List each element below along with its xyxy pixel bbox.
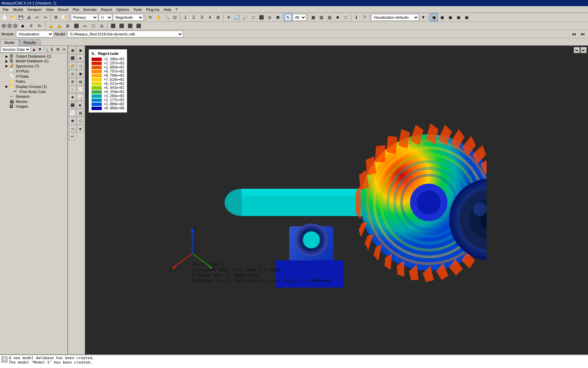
fit-btn[interactable]: ⊡ <box>171 14 179 21</box>
print-btn[interactable]: 🖨 <box>25 14 33 21</box>
menu-result[interactable]: Result <box>56 7 70 12</box>
session-settings[interactable]: ⚙ <box>55 47 61 52</box>
session-down[interactable]: ▼ <box>37 47 43 52</box>
side-btn-10b[interactable]: ⬡ <box>77 117 84 124</box>
tree-xyplots[interactable]: 📊 XYPlots <box>0 68 67 74</box>
multi-btn[interactable]: ⊞ <box>214 14 222 21</box>
side-btn-10a[interactable]: 🔳 <box>69 117 76 124</box>
side-btn-6a[interactable]: ↔ <box>69 86 76 93</box>
tree-output-db[interactable]: ▶ 🗄 Output Databases (1) <box>0 54 67 59</box>
wire-btn[interactable]: □ <box>342 14 349 21</box>
cycle-btn[interactable]: 🔄 <box>233 14 241 21</box>
tree-images[interactable]: 🖼 Images <box>0 104 67 109</box>
expand-xyplots[interactable] <box>5 69 10 73</box>
menu-view[interactable]: View <box>44 7 56 12</box>
expand-streams[interactable] <box>5 95 10 98</box>
menu-plot[interactable]: Plot <box>70 7 81 12</box>
menu-viewport[interactable]: Viewport <box>25 7 44 12</box>
session-filter[interactable]: 🔍 <box>43 47 49 52</box>
side-btn-9b[interactable]: ▧ <box>77 109 84 117</box>
mesh2-btn[interactable]: ▧ <box>317 14 325 21</box>
grid-btn[interactable]: ⊞ <box>64 22 71 30</box>
part3-btn[interactable]: ⬛ <box>126 22 134 30</box>
menu-model[interactable]: Model <box>11 7 25 12</box>
vp-next-btn[interactable]: ⏭ <box>581 47 587 53</box>
script-btn[interactable]: 📝 <box>60 14 68 21</box>
menu-help[interactable]: Help <box>162 7 174 12</box>
expand-paths[interactable] <box>5 79 10 83</box>
undo-btn[interactable]: ↩ <box>33 14 41 21</box>
menu-file[interactable]: File <box>1 7 11 12</box>
vp1-btn[interactable]: ▣ <box>430 14 438 21</box>
solid-btn[interactable]: ■ <box>334 14 341 21</box>
tab-model[interactable]: Model <box>0 40 19 46</box>
cube-btn[interactable]: ⬡ <box>89 22 97 30</box>
redo2-btn[interactable]: ↻ <box>36 22 43 30</box>
vp-prev-btn[interactable]: ⏮ <box>574 47 580 53</box>
circle2[interactable] <box>7 24 12 28</box>
primary-dropdown[interactable]: Primary <box>71 14 98 21</box>
tree-movies[interactable]: 🎬 Movies <box>0 99 67 104</box>
tree-display-groups[interactable]: ▶ 📁 Display Groups (1) <box>0 84 67 89</box>
tree-xydata[interactable]: 📈 XYData <box>0 74 67 79</box>
num3-btn[interactable]: 3 <box>198 14 206 21</box>
expand-spectrums[interactable]: ▶ <box>5 64 10 68</box>
menu-animate[interactable]: Animate <box>81 7 99 12</box>
new-btn[interactable]: 📄 <box>1 14 8 21</box>
tree-paths[interactable]: 📁 Paths <box>0 79 67 84</box>
tree-model-db[interactable]: ▶ 🗄 Model Database (1) <box>0 59 67 63</box>
circle3[interactable] <box>13 24 18 28</box>
side-btn-12a[interactable]: ✏ <box>69 133 76 140</box>
sphere-btn[interactable]: ◎ <box>98 22 105 30</box>
side-btn-9a[interactable]: 📉 <box>69 109 76 117</box>
side-btn-11b[interactable]: ◈ <box>77 125 84 132</box>
circle1[interactable] <box>1 24 6 28</box>
part1-btn[interactable]: ⬛ <box>109 22 117 30</box>
diamond1[interactable]: ◆ <box>19 22 26 30</box>
side-btn-5b[interactable]: ▤ <box>77 78 84 85</box>
viewport[interactable]: U, Magnitude +1.306e+03 +1.197e+03 +1.08… <box>85 46 588 354</box>
lock-btn[interactable]: 🔒 <box>47 22 54 30</box>
expand-model-db[interactable]: ▶ <box>5 59 10 63</box>
vd-expand[interactable]: ▼ <box>420 14 427 21</box>
3d-btn[interactable]: ⬛ <box>72 22 80 30</box>
session-up[interactable]: ▲ <box>31 47 37 52</box>
vp4-btn[interactable]: ▣ <box>455 14 462 21</box>
side-btn-2b[interactable]: ◈ <box>77 54 84 62</box>
select-btn[interactable]: ⬛ <box>258 14 265 21</box>
side-btn-5a[interactable]: ⊞ <box>69 78 76 85</box>
zoom-btn[interactable]: 🔍 <box>163 14 170 21</box>
menu-report[interactable]: Report <box>99 7 114 12</box>
side-btn-1a[interactable]: ▦ <box>69 46 76 54</box>
num1-btn[interactable]: 1 <box>182 14 189 21</box>
side-btn-8b[interactable]: ◐ <box>77 101 84 109</box>
side-btn-8a[interactable]: ⬛ <box>69 101 76 109</box>
zoombox-btn[interactable]: □ <box>249 14 257 21</box>
move-btn[interactable]: ✛ <box>225 14 232 21</box>
side-btn-1b[interactable]: ▣ <box>77 46 84 54</box>
box-btn[interactable]: ▭ <box>81 22 88 30</box>
expand-xydata[interactable] <box>5 74 10 78</box>
expand-movies[interactable] <box>5 99 10 103</box>
deform-dropdown[interactable]: U <box>99 14 112 21</box>
num4-btn[interactable]: 4 <box>206 14 214 21</box>
side-btn-2a[interactable]: ⬛ <box>69 54 76 62</box>
side-btn-4a[interactable]: ◎ <box>69 70 76 77</box>
query-btn[interactable]: ? <box>361 14 368 21</box>
tree-free-body[interactable]: ✂ Free Body Cuts <box>0 89 67 94</box>
module-select[interactable]: Visualization <box>16 31 53 37</box>
side-btn-3a[interactable]: 🌈 <box>69 62 76 70</box>
menu-tools[interactable]: Tools <box>131 7 144 12</box>
redo-btn[interactable]: ↪ <box>42 14 49 21</box>
view3d-btn[interactable]: 🔳 <box>274 14 281 21</box>
zoom2-btn[interactable]: 🔎 <box>241 14 249 21</box>
undo2-btn[interactable]: ↺ <box>27 22 35 30</box>
lock2-btn[interactable]: 🔓 <box>55 22 63 30</box>
model-select[interactable]: G:/Abaqus_files/1018/Job-dynamic.odb <box>67 31 183 37</box>
side-btn-7b[interactable]: 📊 <box>77 93 84 101</box>
next-frame-btn[interactable]: ⏭ <box>579 30 587 38</box>
vis-defaults-dropdown[interactable]: Visualization defaults <box>371 14 419 21</box>
session-dropdown[interactable]: Session Data <box>1 46 31 52</box>
menu-question[interactable]: ? <box>174 7 180 12</box>
save-btn[interactable]: 💾 <box>17 14 24 21</box>
